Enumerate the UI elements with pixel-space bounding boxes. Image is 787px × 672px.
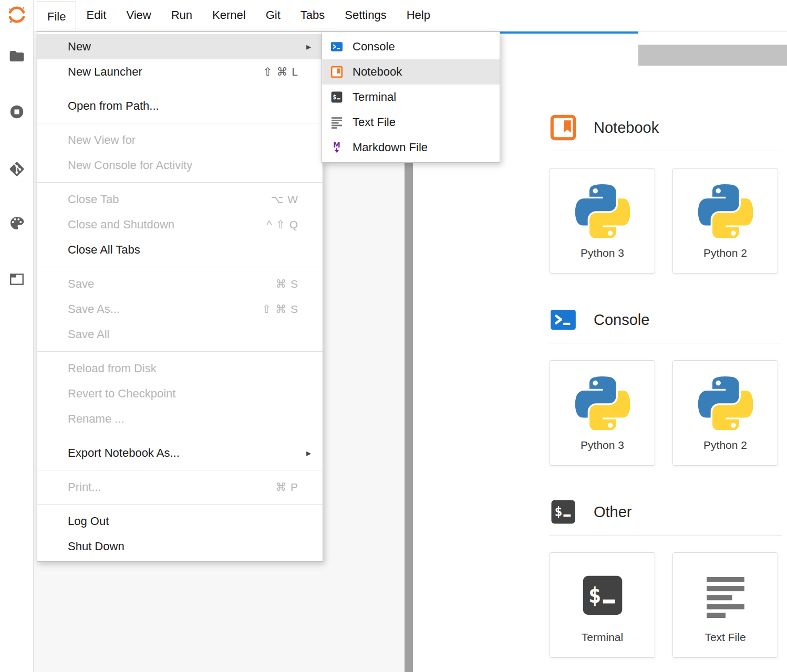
file-menu-item-print: Print...⌘ P: [37, 475, 323, 500]
menu-item-label: Reload from Disk: [68, 362, 157, 375]
menu-item-label: Save All: [68, 328, 110, 341]
menu-item-label: New Console for Activity: [68, 159, 192, 172]
menu-item-label: Notebook: [353, 65, 402, 79]
menu-item-shortcut: ^ ⇧ Q: [267, 218, 298, 231]
python-icon: [575, 183, 630, 238]
menu-item-label: Markdown File: [353, 141, 428, 154]
menubar-item-tabs[interactable]: Tabs: [291, 0, 335, 31]
file-menu-item-shut-down[interactable]: Shut Down: [37, 534, 323, 559]
new-submenu-item-text-file[interactable]: Text File: [322, 110, 500, 135]
file-menu-item-log-out[interactable]: Log Out: [37, 509, 323, 534]
launcher-section-console: ConsolePython 3Python 2: [550, 306, 782, 466]
menu-item-label: Revert to Checkpoint: [68, 387, 175, 401]
card-label: Python 2: [703, 439, 747, 452]
folder-icon[interactable]: [8, 48, 25, 65]
section-rule: [550, 343, 782, 343]
section-title: Notebook: [594, 119, 659, 136]
menu-divider: [37, 89, 323, 89]
menubar-item-git[interactable]: Git: [256, 0, 291, 31]
launcher-section-other: $Other$TerminalText File: [550, 498, 782, 658]
menu-item-label: New: [68, 40, 91, 54]
menu-item-label: Terminal: [353, 90, 396, 104]
new-submenu-item-terminal[interactable]: $Terminal: [322, 85, 500, 110]
menu-item-label: Close and Shutdown: [68, 218, 174, 232]
card-row: Python 3Python 2: [550, 168, 782, 274]
card-label: Python 2: [703, 247, 747, 259]
section-header: $Other: [550, 498, 782, 526]
menubar-item-help[interactable]: Help: [397, 0, 440, 31]
file-menu-item-new-launcher[interactable]: New Launcher⇧ ⌘ L: [37, 59, 323, 85]
menu-item-shortcut: ⌥ W: [271, 193, 298, 206]
file-menu-item-export-notebook-as[interactable]: Export Notebook As...▸: [37, 440, 323, 466]
menu-item-label: Open from Path...: [68, 99, 159, 113]
launcher-card-other-terminal[interactable]: $Terminal: [550, 552, 655, 658]
card-row: $TerminalText File: [550, 552, 782, 658]
launcher-section-notebook: NotebookPython 3Python 2: [550, 114, 782, 274]
file-menu-item-save-as: Save As...⇧ ⌘ S: [37, 297, 323, 322]
menu-item-shortcut: ⌘ S: [275, 278, 298, 290]
jupyterlab-window: FileEditViewRunKernelGitTabsSettingsHelp…: [0, 0, 787, 672]
git-icon[interactable]: [8, 161, 25, 177]
tabs-icon[interactable]: [8, 271, 25, 288]
file-menu-item-revert-to-checkpoint: Revert to Checkpoint: [37, 381, 323, 406]
menu-item-label: Text File: [353, 116, 396, 129]
terminal-icon: $: [580, 573, 625, 618]
new-submenu: ConsoleNotebook$TerminalText FileMMarkdo…: [322, 32, 500, 163]
python-icon: [698, 375, 753, 430]
card-label: Text File: [705, 631, 745, 644]
tab-bar-filler: [638, 45, 787, 66]
launcher-card-other-text-file[interactable]: Text File: [672, 552, 778, 658]
menu-item-label: Rename ...: [68, 412, 125, 426]
menu-divider: [37, 351, 323, 352]
notebook-icon: [550, 114, 577, 141]
file-menu-item-new-view-for: New View for: [37, 128, 323, 153]
menu-item-label: Console: [353, 40, 395, 54]
new-submenu-item-markdown-file[interactable]: MMarkdown File: [322, 135, 500, 160]
launcher-card-console-python-2[interactable]: Python 2: [672, 360, 778, 466]
menubar-item-settings[interactable]: Settings: [335, 0, 397, 31]
file-menu-item-open-from-path[interactable]: Open from Path...: [37, 93, 323, 119]
console-icon: [330, 40, 343, 53]
section-title: Other: [594, 503, 632, 521]
file-menu-item-save-all: Save All: [37, 322, 323, 347]
launcher-card-console-python-3[interactable]: Python 3: [550, 360, 655, 466]
terminal-icon: $: [330, 91, 343, 103]
svg-text:$: $: [333, 93, 336, 101]
file-menu-item-new[interactable]: New▸: [37, 34, 323, 59]
menu-item-label: New View for: [68, 133, 136, 147]
text-file-icon: [330, 116, 343, 129]
file-menu-item-close-all-tabs[interactable]: Close All Tabs: [37, 237, 323, 262]
menubar-item-file[interactable]: File: [37, 2, 76, 31]
running-kernels-icon[interactable]: [8, 103, 25, 120]
menubar-item-edit[interactable]: Edit: [76, 0, 116, 31]
submenu-arrow-icon: ▸: [306, 42, 311, 51]
launcher-card-notebook-python-2[interactable]: Python 2: [672, 168, 778, 274]
menu-divider: [37, 123, 323, 123]
menu-divider: [37, 436, 323, 436]
new-submenu-item-console[interactable]: Console: [322, 34, 500, 59]
svg-text:$: $: [555, 504, 563, 519]
jupyter-logo: [6, 4, 28, 26]
left-sidebar: [0, 0, 34, 672]
menu-bar: FileEditViewRunKernelGitTabsSettingsHelp: [34, 0, 787, 32]
new-submenu-item-notebook[interactable]: Notebook: [322, 59, 500, 85]
menu-item-label: Print...: [68, 480, 101, 494]
card-label: Terminal: [582, 631, 623, 644]
menubar-item-run[interactable]: Run: [161, 0, 202, 31]
svg-text:M: M: [333, 141, 340, 149]
launcher-card-notebook-python-3[interactable]: Python 3: [550, 168, 655, 274]
section-header: Notebook: [550, 114, 782, 141]
file-menu-item-reload-from-disk: Reload from Disk: [37, 356, 323, 381]
menu-item-label: Export Notebook As...: [68, 446, 180, 460]
card-label: Python 3: [581, 247, 624, 259]
python-icon: [698, 183, 753, 238]
menubar-item-kernel[interactable]: Kernel: [202, 0, 256, 31]
card-label: Python 3: [581, 439, 624, 452]
palette-icon[interactable]: [8, 215, 25, 232]
terminal-icon: $: [550, 498, 577, 526]
menubar-item-view[interactable]: View: [116, 0, 161, 31]
menu-divider: [37, 182, 323, 183]
menu-item-label: Shut Down: [68, 540, 125, 553]
menu-divider: [37, 504, 323, 505]
file-menu-item-new-console-for-activity: New Console for Activity: [37, 153, 323, 178]
